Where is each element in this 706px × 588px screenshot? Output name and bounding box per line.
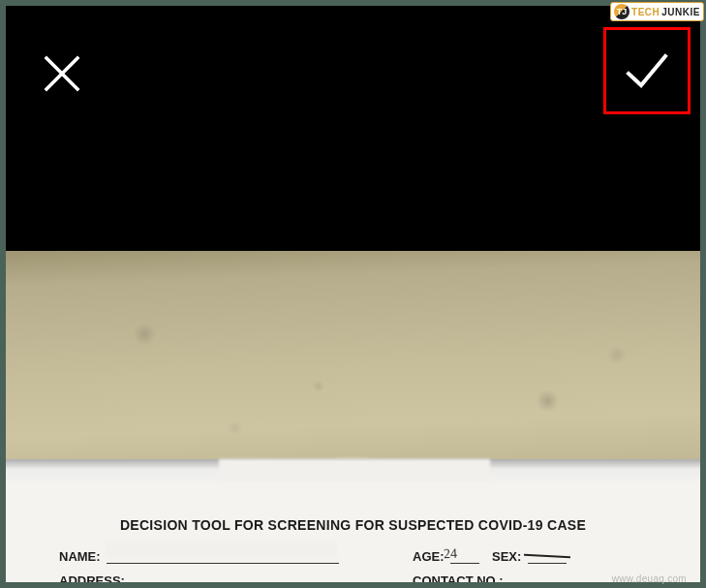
redacted-header [219, 459, 490, 481]
age-field: AGE: 24 [413, 549, 479, 564]
close-icon [41, 52, 83, 95]
techjunkie-badge: TJ TECHJUNKIE [610, 2, 704, 21]
tj-logo-icon: TJ [614, 4, 629, 19]
cardboard-surface [6, 251, 700, 459]
contact-label: CONTACT NO.: [413, 573, 504, 582]
paper-document: DECISION TOOL FOR SCREENING FOR SUSPECTE… [6, 459, 700, 582]
age-value: 24 [444, 546, 458, 563]
top-action-bar [6, 6, 700, 141]
close-button[interactable] [41, 52, 83, 95]
watermark-text: www.deuaq.com [612, 573, 687, 584]
address-line [132, 575, 345, 582]
badge-text-2: JUNKIE [661, 7, 700, 17]
contact-field: CONTACT NO.: [413, 573, 587, 582]
checkmark-icon [621, 45, 673, 97]
captured-photo: DECISION TOOL FOR SCREENING FOR SUSPECTE… [6, 251, 700, 582]
form-title: DECISION TOOL FOR SCREENING FOR SUSPECTE… [54, 517, 652, 533]
image-crop-viewer: DECISION TOOL FOR SCREENING FOR SUSPECTE… [6, 6, 700, 582]
confirm-button[interactable] [603, 27, 691, 114]
sex-field: SEX: [492, 549, 567, 564]
address-field: ADDRESS: [59, 573, 345, 582]
name-label: NAME: [59, 549, 101, 564]
screenshot-frame: TJ TECHJUNKIE [0, 0, 706, 588]
contact-line [509, 575, 587, 582]
redacted-name-value [105, 542, 337, 559]
age-label: AGE: [413, 549, 445, 564]
badge-text-1: TECH [631, 7, 660, 17]
sex-label: SEX: [492, 549, 521, 564]
address-label: ADDRESS: [59, 573, 125, 582]
